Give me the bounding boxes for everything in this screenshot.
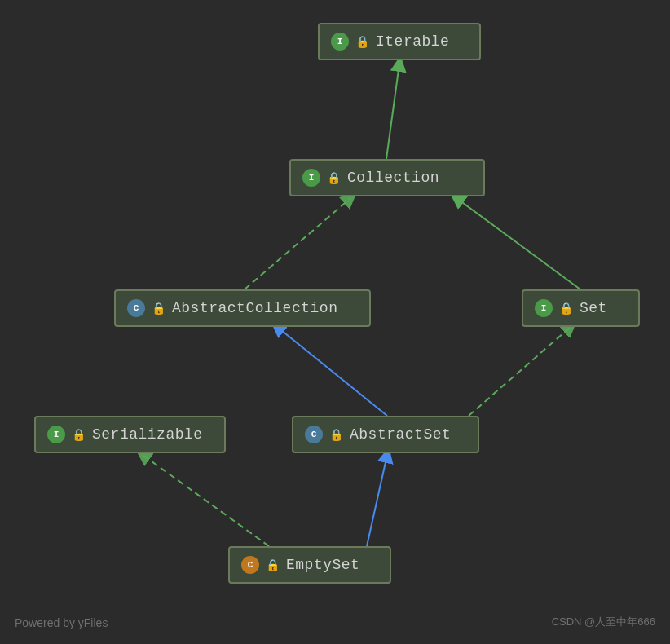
lock-emptyset: 🔒 [266,558,280,572]
badge-emptyset: C [241,556,259,574]
svg-line-6 [277,327,387,416]
label-emptyset: EmptySet [286,557,359,573]
label-set: Set [580,300,607,316]
svg-line-8 [367,455,387,546]
lock-iterable: 🔒 [355,35,369,49]
lock-collection: 🔒 [327,171,341,185]
svg-line-9 [143,455,269,546]
svg-line-5 [456,198,580,289]
lock-serializable: 🔒 [72,428,86,442]
watermark-left: Powered by yFiles [15,616,108,629]
svg-line-7 [469,327,571,416]
label-iterable: Iterable [376,33,449,50]
badge-collection: I [302,169,320,187]
lock-set: 🔒 [559,302,573,315]
label-abstractcollection: AbstractCollection [172,300,337,316]
node-serializable: I 🔒 Serializable [34,416,226,453]
label-serializable: Serializable [92,426,203,443]
node-emptyset: C 🔒 EmptySet [228,546,391,584]
node-collection: I 🔒 Collection [289,159,485,196]
badge-abstractcollection: C [127,299,145,317]
label-collection: Collection [347,170,439,186]
lock-abstractcollection: 🔒 [152,302,165,315]
svg-line-3 [386,64,399,159]
node-iterable: I 🔒 Iterable [318,23,481,60]
watermark-right: CSDN @人至中年666 [552,615,655,629]
node-set: I 🔒 Set [522,289,640,327]
lock-abstractset: 🔒 [329,428,343,442]
badge-abstractset: C [305,426,323,443]
badge-iterable: I [331,33,349,51]
svg-line-4 [245,198,350,289]
node-abstractset: C 🔒 AbstractSet [292,416,479,453]
badge-set: I [535,299,553,317]
node-abstractcollection: C 🔒 AbstractCollection [114,289,371,327]
badge-serializable: I [47,426,65,443]
diagram-container: I 🔒 Iterable I 🔒 Collection C 🔒 Abstract… [0,0,670,644]
label-abstractset: AbstractSet [350,426,451,443]
